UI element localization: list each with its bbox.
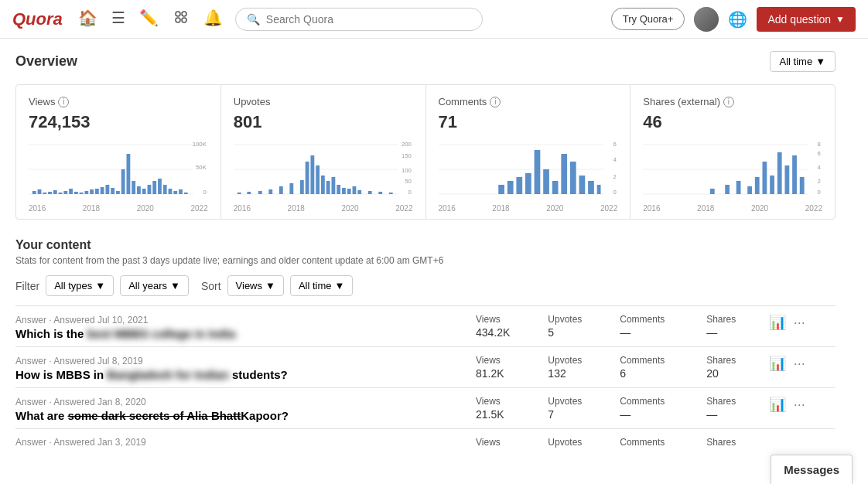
svg-rect-22 bbox=[95, 189, 99, 194]
svg-rect-24 bbox=[105, 185, 109, 194]
svg-rect-38 bbox=[179, 189, 183, 194]
col-views: Views 81.2K bbox=[466, 347, 538, 388]
all-types-caret: ▼ bbox=[95, 280, 105, 291]
messages-popup[interactable]: Messages bbox=[771, 455, 853, 474]
svg-rect-78 bbox=[516, 177, 522, 194]
item-meta: Answer · Answered Jan 8, 2020 bbox=[15, 389, 466, 409]
notifications-icon[interactable]: 🔔 bbox=[203, 9, 223, 29]
all-types-label: All types bbox=[54, 280, 92, 291]
svg-point-3 bbox=[182, 18, 186, 22]
svg-text:6: 6 bbox=[613, 141, 617, 148]
stat-upvotes: Upvotes 801 200 150 100 50 0 bbox=[221, 85, 426, 219]
svg-text:150: 150 bbox=[402, 152, 412, 159]
svg-rect-85 bbox=[579, 176, 585, 194]
svg-text:4: 4 bbox=[613, 156, 617, 163]
all-types-button[interactable]: All types ▼ bbox=[46, 275, 114, 296]
your-content-subtitle: Stats for content from the past 3 days u… bbox=[15, 255, 836, 266]
svg-rect-18 bbox=[74, 192, 78, 194]
col-upvotes: Upvotes 5 bbox=[538, 306, 610, 347]
write-icon[interactable]: ✏️ bbox=[139, 9, 159, 29]
col-upvotes: Upvotes 132 bbox=[538, 347, 610, 388]
svg-text:0: 0 bbox=[408, 189, 412, 196]
search-bar[interactable]: 🔍 bbox=[235, 8, 483, 31]
shares-chart: 8 6 4 2 0 bbox=[643, 138, 822, 208]
svg-rect-100 bbox=[755, 177, 760, 194]
views-chart: 100K 50K 0 bbox=[29, 138, 208, 208]
upvotes-chart-labels: 2016201820202022 bbox=[234, 204, 413, 213]
svg-rect-84 bbox=[569, 162, 576, 194]
more-options-icon[interactable]: ··· bbox=[794, 315, 805, 330]
col-actions: 📊 ··· bbox=[763, 347, 836, 388]
add-question-button[interactable]: Add question ▼ bbox=[757, 7, 856, 32]
feed-icon[interactable]: ☰ bbox=[111, 9, 125, 29]
col-shares: Shares 20 bbox=[697, 347, 763, 388]
svg-rect-103 bbox=[777, 152, 782, 194]
views-info-icon[interactable]: i bbox=[58, 97, 69, 107]
all-time-label: All time bbox=[780, 56, 813, 67]
filter-row: Filter All types ▼ All years ▼ Sort View… bbox=[15, 275, 836, 296]
shares-info-icon[interactable]: i bbox=[723, 97, 734, 107]
item-title bbox=[15, 449, 466, 462]
upvotes-chart: 200 150 100 50 0 bbox=[234, 138, 413, 208]
comments-chart-labels: 2016201820202022 bbox=[439, 204, 618, 213]
overview-header: Overview All time ▼ bbox=[15, 51, 836, 72]
svg-rect-77 bbox=[507, 181, 513, 194]
svg-rect-62 bbox=[342, 188, 346, 194]
overview-title: Overview bbox=[15, 53, 77, 70]
svg-text:0: 0 bbox=[203, 189, 207, 196]
svg-text:0: 0 bbox=[818, 189, 822, 196]
try-plus-button[interactable]: Try Quora+ bbox=[611, 8, 685, 30]
svg-rect-25 bbox=[111, 188, 114, 194]
more-options-icon[interactable]: ··· bbox=[794, 397, 805, 412]
svg-rect-105 bbox=[792, 155, 797, 194]
svg-rect-23 bbox=[101, 187, 104, 194]
sort-alltime-button[interactable]: All time ▼ bbox=[290, 275, 354, 296]
svg-rect-21 bbox=[90, 189, 94, 194]
svg-rect-99 bbox=[747, 186, 752, 194]
col-shares: Shares — bbox=[697, 306, 763, 347]
stat-shares-value: 46 bbox=[643, 112, 822, 132]
language-icon[interactable]: 🌐 bbox=[728, 10, 747, 29]
svg-rect-96 bbox=[710, 189, 715, 194]
spaces-icon[interactable] bbox=[173, 9, 190, 29]
col-views: Views 21.5K bbox=[466, 388, 538, 429]
item-meta: Answer · Answered Jul 10, 2021 bbox=[15, 307, 466, 327]
svg-text:4: 4 bbox=[818, 164, 822, 171]
svg-text:6: 6 bbox=[818, 150, 822, 157]
all-years-button[interactable]: All years ▼ bbox=[120, 275, 189, 296]
chart-icon[interactable]: 📊 bbox=[769, 397, 786, 412]
svg-rect-51 bbox=[268, 189, 272, 194]
svg-text:2: 2 bbox=[613, 173, 616, 180]
svg-text:200: 200 bbox=[402, 141, 412, 148]
col-views: Views 434.2K bbox=[466, 306, 538, 347]
item-title: Which is the best MBBS college in India bbox=[15, 327, 466, 346]
search-icon: 🔍 bbox=[247, 13, 260, 26]
all-time-button[interactable]: All time ▼ bbox=[770, 51, 836, 72]
svg-rect-28 bbox=[126, 154, 130, 194]
search-input[interactable] bbox=[266, 13, 471, 26]
svg-rect-27 bbox=[121, 169, 125, 194]
svg-text:0: 0 bbox=[613, 189, 617, 196]
chart-icon[interactable]: 📊 bbox=[769, 356, 786, 371]
item-meta: Answer · Answered Jan 3, 2019 bbox=[15, 429, 466, 449]
navbar: Quora 🏠 ☰ ✏️ 🔔 🔍 Try Quora+ 🌐 Add questi… bbox=[0, 0, 868, 39]
more-options-icon[interactable]: ··· bbox=[794, 356, 805, 371]
quora-logo[interactable]: Quora bbox=[12, 9, 63, 29]
stat-upvotes-value: 801 bbox=[234, 112, 413, 132]
avatar[interactable] bbox=[694, 7, 719, 32]
stat-shares: Shares (external) i 46 8 6 4 2 0 bbox=[630, 85, 835, 219]
comments-info-icon[interactable]: i bbox=[490, 97, 501, 107]
home-icon[interactable]: 🏠 bbox=[78, 9, 97, 29]
svg-rect-87 bbox=[596, 185, 600, 194]
col-actions: 📊 ··· bbox=[763, 388, 836, 429]
svg-rect-64 bbox=[352, 186, 356, 194]
nav-icons: 🏠 ☰ ✏️ 🔔 bbox=[78, 9, 223, 29]
svg-rect-60 bbox=[331, 177, 335, 194]
sort-views-button[interactable]: Views ▼ bbox=[227, 275, 284, 296]
svg-rect-61 bbox=[337, 185, 340, 194]
svg-text:50K: 50K bbox=[196, 164, 207, 171]
svg-rect-19 bbox=[80, 193, 84, 194]
chart-icon[interactable]: 📊 bbox=[769, 315, 786, 330]
main-content: Overview All time ▼ Views i 724,153 100K… bbox=[0, 39, 851, 474]
col-actions: 📊 ··· bbox=[763, 306, 836, 347]
